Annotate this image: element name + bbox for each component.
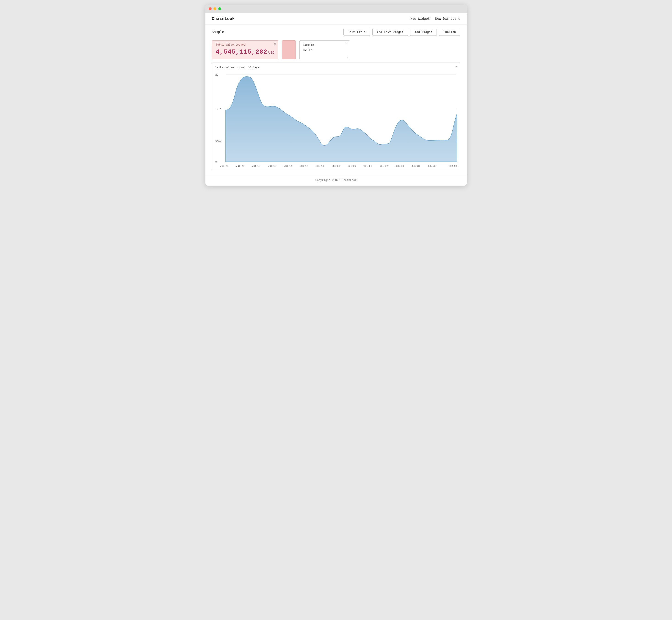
app-window: ChainLook New Widget New Dashboard Sampl…: [205, 5, 467, 186]
svg-text:Jul 06: Jul 06: [347, 165, 355, 167]
tvl-widget-value: 4,545,115,282USD: [216, 48, 275, 55]
svg-text:550M: 550M: [215, 140, 221, 143]
svg-text:Jul 22: Jul 22: [220, 165, 228, 167]
placeholder-widget: [282, 40, 296, 59]
tvl-widget-unit: USD: [268, 51, 275, 55]
text-widget-title: Sample: [303, 43, 346, 47]
new-widget-nav-link[interactable]: New Widget: [411, 17, 430, 20]
edit-title-button[interactable]: Edit Title: [343, 29, 370, 36]
brand-logo: ChainLook: [212, 16, 235, 21]
close-button-icon[interactable]: [209, 7, 211, 10]
add-text-widget-button[interactable]: Add Text Widget: [372, 29, 408, 36]
titlebar: [205, 5, 467, 13]
chart-close-button[interactable]: ×: [455, 65, 458, 68]
svg-text:Jul 14: Jul 14: [284, 165, 292, 167]
svg-text:Jun 30: Jun 30: [395, 165, 403, 167]
header-buttons: Edit Title Add Text Widget Add Widget Pu…: [343, 29, 461, 36]
traffic-lights: [209, 7, 221, 10]
text-widget-close[interactable]: ×: [345, 42, 347, 46]
chart-svg: 2B 1.1B 550M 0: [215, 71, 458, 168]
svg-text:Jul 18: Jul 18: [252, 165, 260, 167]
svg-text:Jul 10: Jul 10: [316, 165, 324, 167]
svg-text:Jul 08: Jul 08: [332, 165, 340, 167]
resize-handle-icon[interactable]: ⊿: [346, 55, 348, 58]
chart-title: Daily Volume - Last 30 Days: [215, 66, 458, 69]
chart-section: Daily Volume - Last 30 Days × 2B 1.1B 55…: [212, 62, 461, 170]
text-widget-body: Hello: [303, 49, 346, 52]
page-header: Sample Edit Title Add Text Widget Add Wi…: [205, 24, 467, 38]
widgets-area: × Total Value Locked 4,545,115,282USD × …: [205, 38, 467, 62]
tvl-widget: × Total Value Locked 4,545,115,282USD: [212, 40, 279, 59]
svg-text:Jun 26: Jun 26: [427, 165, 435, 167]
svg-text:1.1B: 1.1B: [215, 108, 221, 111]
minimize-button-icon[interactable]: [213, 7, 217, 10]
svg-text:Jul 16: Jul 16: [268, 165, 276, 167]
svg-text:Jun 24: Jun 24: [449, 165, 457, 167]
svg-text:Jul 12: Jul 12: [300, 165, 308, 167]
publish-button[interactable]: Publish: [439, 29, 461, 36]
tvl-widget-title: Total Value Locked: [216, 43, 275, 47]
tvl-widget-close[interactable]: ×: [274, 42, 276, 46]
maximize-button-icon[interactable]: [218, 7, 221, 10]
svg-text:Jul 04: Jul 04: [364, 165, 372, 167]
text-widget: × Sample Hello ⊿: [299, 40, 350, 59]
chart-container: 2B 1.1B 550M 0: [215, 71, 458, 168]
svg-text:2B: 2B: [215, 73, 218, 76]
app-content: ChainLook New Widget New Dashboard Sampl…: [205, 13, 467, 186]
svg-text:Jul 20: Jul 20: [236, 165, 244, 167]
new-dashboard-nav-link[interactable]: New Dashboard: [435, 17, 460, 20]
svg-text:0: 0: [215, 161, 217, 163]
page-title: Sample: [212, 30, 224, 34]
nav-links: New Widget New Dashboard: [411, 17, 460, 20]
footer-text: Copyright ©2022 ChainLook: [315, 179, 356, 182]
svg-text:Jul 02: Jul 02: [380, 165, 388, 167]
add-widget-button[interactable]: Add Widget: [410, 29, 437, 36]
footer: Copyright ©2022 ChainLook: [205, 175, 467, 186]
navbar: ChainLook New Widget New Dashboard: [205, 13, 467, 24]
svg-text:Jun 28: Jun 28: [412, 165, 420, 167]
